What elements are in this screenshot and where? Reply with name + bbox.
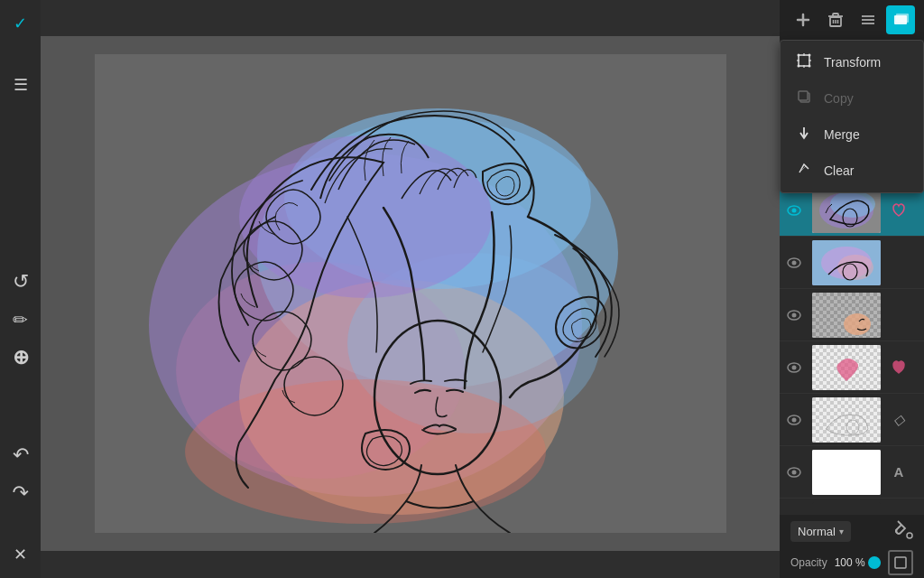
panel-top-icons [780,0,924,40]
opacity-value: 100 % [835,556,865,569]
check-tool[interactable]: ✓ [5,7,37,40]
right-panel: Transform Copy Merge [780,0,924,578]
layer-visibility-toggle[interactable] [780,499,808,516]
layer-visibility-toggle[interactable] [780,237,808,289]
pen-tool[interactable]: ✏ [5,303,37,336]
copy-label: Copy [824,91,854,106]
layer-right-action [884,237,913,289]
merge-label: Merge [824,127,860,142]
merge-icon [795,126,813,144]
opacity-row: Opacity 100 % [790,550,913,575]
layer-context-menu: Transform Copy Merge [780,40,924,193]
heart-layer-icon[interactable] [884,341,913,394]
svg-point-6 [185,379,546,524]
canvas-container[interactable] [41,36,780,551]
transform-label: Transform [824,55,881,70]
svg-rect-50 [812,293,881,338]
svg-point-70 [792,470,797,474]
merge-menu-item[interactable]: Merge [781,117,923,153]
clear-menu-item[interactable]: Clear [781,153,923,189]
layer-visibility-toggle[interactable] [780,446,808,499]
panel-bottom: Normal ▾ Opacity 100 % [780,515,924,578]
layer-row[interactable] [780,341,924,394]
layer-menu-button[interactable] [854,5,882,34]
square-button[interactable] [888,550,913,575]
layer-right-action: ◇ [884,394,913,446]
svg-rect-33 [799,91,808,100]
copy-menu-item[interactable]: Copy [781,80,923,117]
left-toolbar: ✓ ☰ ↺ ✏ ⊕ ↶ ↶ ✕ [0,0,41,578]
blend-mode-label: Normal [798,525,836,538]
layer-row[interactable]: ◇ [780,394,924,446]
clear-icon [795,162,813,180]
blend-mode-button[interactable]: Normal ▾ [790,521,851,542]
layer-row[interactable] [780,237,924,289]
opacity-label: Opacity [790,556,827,569]
opacity-thumb[interactable] [868,556,881,569]
layers-view-button[interactable] [886,5,915,34]
opacity-slider[interactable] [873,561,881,564]
menu-tool[interactable]: ☰ [5,69,37,101]
svg-rect-74 [812,502,881,516]
canvas-background [95,54,726,533]
svg-point-42 [792,260,797,265]
layer-row[interactable]: A [780,499,924,515]
layer-row[interactable]: A [780,446,924,499]
layer-thumbnail [812,397,881,443]
artwork-svg [95,54,726,533]
blend-row: Normal ▾ [790,518,913,545]
clear-label: Clear [824,163,854,178]
bottom-bar [41,551,780,578]
layers-list: ◇ A [780,184,924,515]
layer-right-action: A [884,446,913,499]
transform-icon [795,53,813,71]
layer-thumbnail [812,450,881,495]
svg-point-26 [798,65,800,68]
svg-point-48 [792,312,797,317]
layer-thumbnail [812,293,881,338]
main-canvas-area [41,0,780,578]
svg-rect-23 [799,55,809,66]
rotate-tool[interactable]: ↺ [5,266,37,298]
undo-tool[interactable]: ↶ [5,439,37,471]
svg-point-25 [808,54,811,57]
layer-thumbnail [812,502,881,516]
svg-point-24 [798,54,800,57]
transform-menu-item[interactable]: Transform [781,44,923,80]
add-layer-button[interactable] [789,5,818,34]
svg-point-36 [792,208,797,212]
svg-point-53 [844,313,871,335]
layer-thumbnail [812,345,881,390]
svg-point-95 [907,533,912,538]
layer-row[interactable] [780,289,924,341]
close-tool[interactable]: ✕ [5,538,37,571]
layer-thumbnail [812,240,881,285]
layer-right-action: A [884,499,913,516]
svg-point-8 [239,135,492,298]
svg-rect-96 [895,557,906,568]
paint-bucket-button[interactable] [892,518,913,545]
delete-layer-button[interactable] [821,5,850,34]
top-bar [41,0,780,36]
svg-rect-22 [896,14,909,23]
blend-mode-arrow: ▾ [839,527,844,536]
layer-visibility-toggle[interactable] [780,394,808,446]
svg-point-62 [792,417,797,422]
layer-right-action [884,289,913,341]
svg-point-55 [792,365,797,369]
zoom-tool[interactable]: ⊕ [5,341,37,374]
layer-thumbnail [812,188,881,233]
layer-visibility-toggle[interactable] [780,289,808,341]
svg-rect-14 [833,14,838,16]
svg-rect-71 [812,450,881,495]
svg-point-27 [808,65,811,68]
redo-tool[interactable]: ↶ [5,477,37,509]
copy-icon [795,89,813,107]
layer-visibility-toggle[interactable] [780,341,808,394]
